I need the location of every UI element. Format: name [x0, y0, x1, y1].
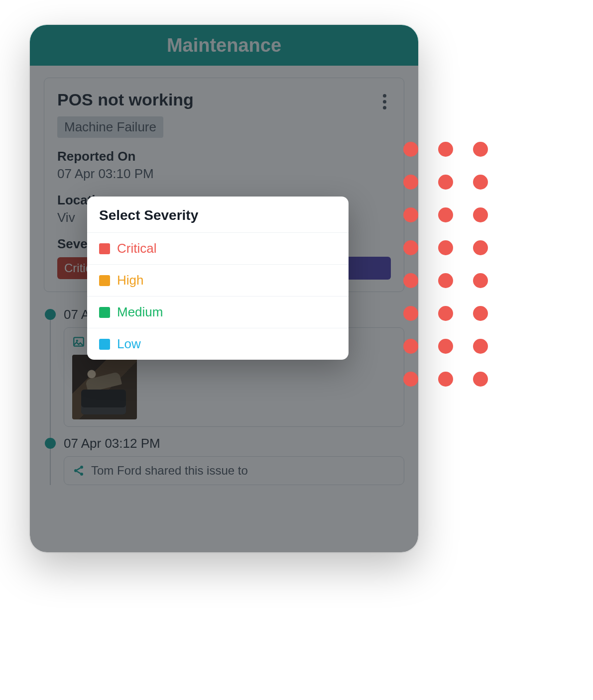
- timeline-card: Tom Ford shared this issue to: [64, 456, 404, 485]
- reported-on-value: 07 Apr 03:10 PM: [57, 166, 391, 182]
- svg-point-1: [76, 340, 78, 342]
- square-icon: [99, 339, 110, 350]
- square-icon: [99, 275, 110, 286]
- share-icon: [72, 464, 85, 477]
- option-label: Medium: [117, 304, 163, 320]
- decorative-dot-grid: [403, 142, 488, 387]
- more-menu-button[interactable]: [378, 90, 391, 109]
- square-icon: [99, 307, 110, 318]
- square-icon: [99, 243, 110, 254]
- timeline-text: Tom Ford shared this issue to: [91, 464, 248, 478]
- timeline-dot-icon: [45, 309, 56, 320]
- issue-tag: Machine Failure: [57, 116, 163, 138]
- select-severity-popover: Select Severity Critical High Medium Low: [87, 197, 349, 360]
- severity-option-low[interactable]: Low: [87, 328, 349, 360]
- page-title: Maintenance: [167, 35, 281, 56]
- option-label: Low: [117, 336, 141, 352]
- severity-option-high[interactable]: High: [87, 264, 349, 296]
- timeline-time: 07 Apr 03:12 PM: [64, 436, 404, 451]
- issue-title: POS not working: [57, 90, 194, 109]
- severity-option-critical[interactable]: Critical: [87, 232, 349, 264]
- option-label: Critical: [117, 241, 156, 256]
- reported-on-label: Reported On: [57, 149, 391, 164]
- image-icon: [72, 335, 85, 348]
- timeline-dot-icon: [45, 438, 56, 449]
- header-bar: Maintenance: [30, 25, 418, 66]
- timeline-item: 07 Apr 03:12 PM Tom Ford shared this iss…: [44, 436, 404, 485]
- severity-option-medium[interactable]: Medium: [87, 296, 349, 328]
- popover-title: Select Severity: [87, 197, 349, 232]
- option-label: High: [117, 273, 143, 288]
- image-thumbnail[interactable]: [72, 355, 137, 419]
